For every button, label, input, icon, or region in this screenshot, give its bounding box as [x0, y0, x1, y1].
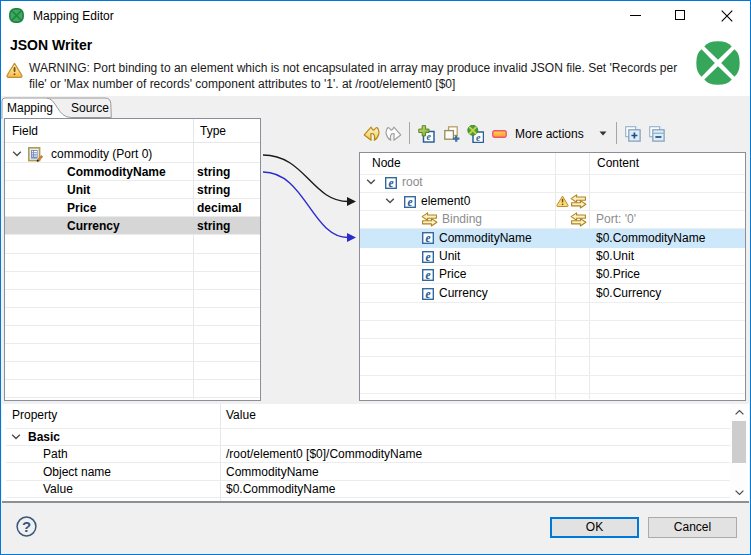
svg-text:?: ? — [22, 518, 31, 535]
svg-text:e: e — [427, 131, 432, 142]
